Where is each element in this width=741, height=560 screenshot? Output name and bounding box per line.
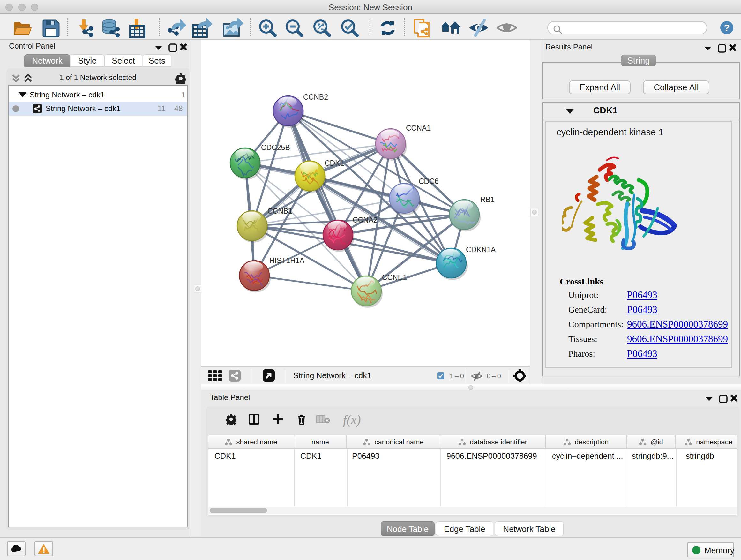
svg-text:RB1: RB1 <box>480 195 495 204</box>
svg-text:CCNA2: CCNA2 <box>353 216 378 224</box>
svg-text:CDC6: CDC6 <box>419 177 439 186</box>
svg-text:CCNB2: CCNB2 <box>303 93 328 101</box>
svg-text:CCNE1: CCNE1 <box>382 273 407 282</box>
svg-text:CDKN1A: CDKN1A <box>466 246 496 254</box>
svg-text:HIST1H1A: HIST1H1A <box>269 256 305 265</box>
svg-text:CDC25B: CDC25B <box>261 143 290 152</box>
svg-text:CCNB1: CCNB1 <box>267 207 292 215</box>
svg-text:CDK1: CDK1 <box>325 159 344 167</box>
svg-text:CCNA1: CCNA1 <box>406 124 431 132</box>
